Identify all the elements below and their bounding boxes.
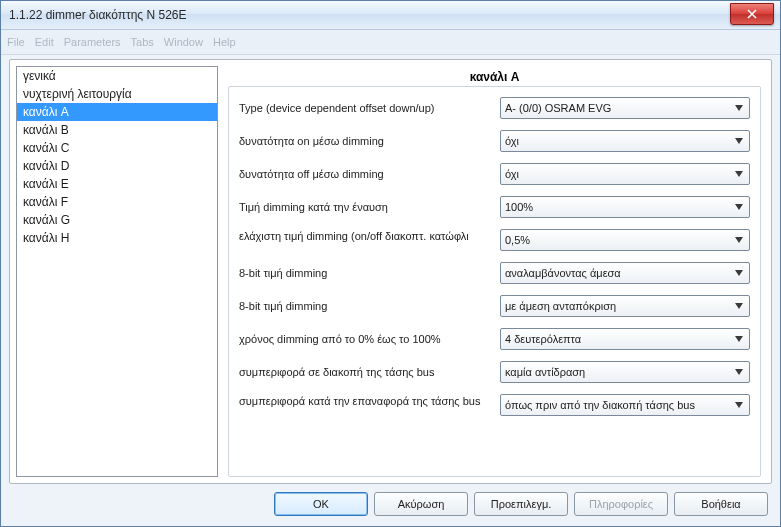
sidebar[interactable]: γενικάνυχτερινή λειτουργίακανάλι Aκανάλι… <box>16 66 218 477</box>
chevron-down-icon <box>731 231 747 249</box>
field-value: αναλαμβάνοντας άμεσα <box>505 267 621 279</box>
chevron-down-icon <box>731 165 747 183</box>
close-button[interactable] <box>730 3 774 25</box>
form-row: συμπεριφορά σε διακοπή της τάσης busκαμί… <box>239 361 750 383</box>
field-value: με άμεση ανταπόκριση <box>505 300 616 312</box>
menu-item[interactable]: Edit <box>35 36 54 48</box>
field-combo[interactable]: όχι <box>500 130 750 152</box>
form-row: 8-bit τιμή dimmingαναλαμβάνοντας άμεσα <box>239 262 750 284</box>
form-row: συμπεριφορά κατά την επαναφορά της τάσης… <box>239 394 750 416</box>
close-icon <box>747 9 757 19</box>
field-label: χρόνος dimming από το 0% έως το 100% <box>239 332 500 346</box>
form-row: δυνατότητα on μέσω dimmingόχι <box>239 130 750 152</box>
field-combo[interactable]: 4 δευτερόλεπτα <box>500 328 750 350</box>
sidebar-item[interactable]: κανάλι D <box>17 157 217 175</box>
chevron-down-icon <box>731 264 747 282</box>
field-combo[interactable]: 0,5% <box>500 229 750 251</box>
field-value: όπως πριν από την διακοπή τάσης bus <box>505 399 695 411</box>
field-value: 0,5% <box>505 234 530 246</box>
help-button[interactable]: Βοήθεια <box>674 492 768 516</box>
form-row: 8-bit τιμή dimmingμε άμεση ανταπόκριση <box>239 295 750 317</box>
sidebar-item[interactable]: νυχτερινή λειτουργία <box>17 85 217 103</box>
sidebar-item[interactable]: κανάλι C <box>17 139 217 157</box>
menu-item[interactable]: File <box>7 36 25 48</box>
menubar: File Edit Parameters Tabs Window Help <box>1 30 780 55</box>
menu-item[interactable]: Window <box>164 36 203 48</box>
titlebar: 1.1.22 dimmer διακόπτης N 526E <box>1 1 780 30</box>
panel: γενικάνυχτερινή λειτουργίακανάλι Aκανάλι… <box>9 59 772 484</box>
sidebar-item[interactable]: κανάλι F <box>17 193 217 211</box>
field-label: Τιμή dimming κατά την έναυση <box>239 200 500 214</box>
sidebar-item[interactable]: κανάλι A <box>17 103 217 121</box>
help-label: Βοήθεια <box>701 498 740 510</box>
default-button[interactable]: Προεπιλεγμ. <box>474 492 568 516</box>
chevron-down-icon <box>731 198 747 216</box>
field-combo[interactable]: όπως πριν από την διακοπή τάσης bus <box>500 394 750 416</box>
field-label: Type (device dependent offset down/up) <box>239 101 500 115</box>
field-label: 8-bit τιμή dimming <box>239 266 500 280</box>
form-area: Type (device dependent offset down/up)A-… <box>228 86 761 477</box>
ok-button[interactable]: OK <box>274 492 368 516</box>
info-button: Πληροφορίες <box>574 492 668 516</box>
form-row: χρόνος dimming από το 0% έως το 100%4 δε… <box>239 328 750 350</box>
sidebar-item[interactable]: κανάλι G <box>17 211 217 229</box>
field-label: 8-bit τιμή dimming <box>239 299 500 313</box>
chevron-down-icon <box>731 396 747 414</box>
field-value: όχι <box>505 168 519 180</box>
form-row: Type (device dependent offset down/up)A-… <box>239 97 750 119</box>
page-title: κανάλι A <box>228 66 761 86</box>
field-value: 4 δευτερόλεπτα <box>505 333 581 345</box>
field-combo[interactable]: καμία αντίδραση <box>500 361 750 383</box>
footer: OK Ακύρωση Προεπιλεγμ. Πληροφορίες Βοήθε… <box>9 484 772 518</box>
sidebar-item[interactable]: γενικά <box>17 67 217 85</box>
ok-label: OK <box>313 498 329 510</box>
form-row: δυνατότητα off μέσω dimmingόχι <box>239 163 750 185</box>
field-value: 100% <box>505 201 533 213</box>
window: 1.1.22 dimmer διακόπτης N 526E File Edit… <box>0 0 781 527</box>
field-label: δυνατότητα off μέσω dimming <box>239 167 500 181</box>
menu-item[interactable]: Tabs <box>131 36 154 48</box>
field-label: συμπεριφορά σε διακοπή της τάσης bus <box>239 365 500 379</box>
field-label: δυνατότητα on μέσω dimming <box>239 134 500 148</box>
window-title: 1.1.22 dimmer διακόπτης N 526E <box>9 8 187 22</box>
sidebar-item[interactable]: κανάλι H <box>17 229 217 247</box>
chevron-down-icon <box>731 363 747 381</box>
main: κανάλι A Type (device dependent offset d… <box>224 60 771 483</box>
default-label: Προεπιλεγμ. <box>491 498 552 510</box>
field-combo[interactable]: αναλαμβάνοντας άμεσα <box>500 262 750 284</box>
field-value: όχι <box>505 135 519 147</box>
form-row: Τιμή dimming κατά την έναυση100% <box>239 196 750 218</box>
chevron-down-icon <box>731 330 747 348</box>
chevron-down-icon <box>731 99 747 117</box>
field-value: καμία αντίδραση <box>505 366 585 378</box>
cancel-label: Ακύρωση <box>398 498 445 510</box>
chevron-down-icon <box>731 297 747 315</box>
field-combo[interactable]: με άμεση ανταπόκριση <box>500 295 750 317</box>
cancel-button[interactable]: Ακύρωση <box>374 492 468 516</box>
client-area: γενικάνυχτερινή λειτουργίακανάλι Aκανάλι… <box>1 55 780 526</box>
field-combo[interactable]: A- (0/0) OSRAM EVG <box>500 97 750 119</box>
sidebar-item[interactable]: κανάλι E <box>17 175 217 193</box>
field-combo[interactable]: 100% <box>500 196 750 218</box>
chevron-down-icon <box>731 132 747 150</box>
info-label: Πληροφορίες <box>589 498 653 510</box>
field-label: συμπεριφορά κατά την επαναφορά της τάσης… <box>239 394 500 408</box>
sidebar-item[interactable]: κανάλι B <box>17 121 217 139</box>
field-label: ελάχιστη τιμή dimming (on/off διακοπτ. κ… <box>239 229 500 243</box>
menu-item[interactable]: Help <box>213 36 236 48</box>
menu-item[interactable]: Parameters <box>64 36 121 48</box>
form-row: ελάχιστη τιμή dimming (on/off διακοπτ. κ… <box>239 229 750 251</box>
field-combo[interactable]: όχι <box>500 163 750 185</box>
field-value: A- (0/0) OSRAM EVG <box>505 102 611 114</box>
